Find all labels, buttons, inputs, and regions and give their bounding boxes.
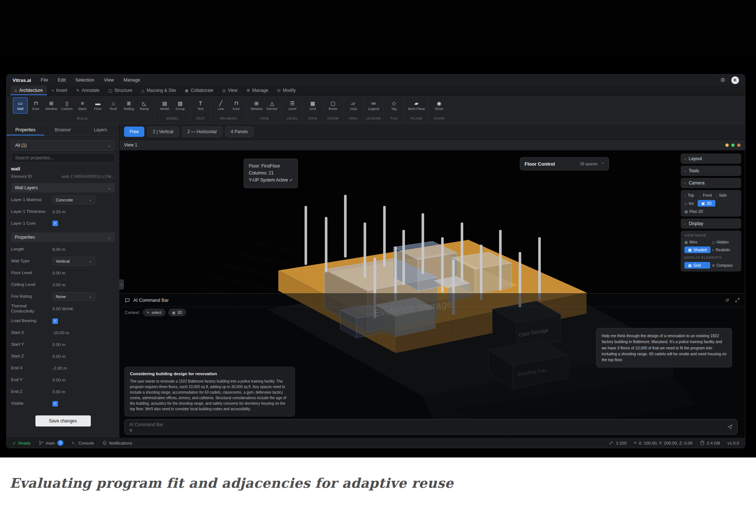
ai-command-input[interactable]: AI Command Bar ⊕	[124, 419, 738, 435]
panel-section-layout[interactable]: ‹Layout	[681, 153, 741, 164]
tool-legend[interactable]: ≔Legend	[366, 97, 381, 114]
context-select-button[interactable]: ✎select	[143, 309, 165, 316]
camera-top-button[interactable]: ↑Top	[684, 193, 694, 197]
start-y-field[interactable]: 0.00 m	[52, 342, 115, 347]
camera-front-button[interactable]: →Front	[698, 193, 712, 197]
yellow-dot[interactable]	[725, 144, 729, 147]
console-button[interactable]: >_Console	[72, 441, 94, 445]
tool-group[interactable]: ▧Group	[173, 97, 188, 114]
history-icon[interactable]: ↺	[725, 297, 729, 303]
fire-rating-select[interactable]: None⌄	[52, 292, 95, 301]
orange-dot[interactable]	[737, 144, 740, 147]
menu-edit[interactable]: Edit	[58, 77, 66, 83]
tool-drawing-door[interactable]: ⊓Door	[229, 97, 244, 114]
camera-side-button[interactable]: ↓Side	[715, 193, 726, 197]
view-mode-wire[interactable]: ▦Wire	[684, 240, 711, 244]
camera-3d-button[interactable]: ▣3D	[698, 200, 715, 207]
tool-model[interactable]: ▤Model	[157, 97, 172, 114]
section-properties[interactable]: Properties⌄	[11, 232, 115, 242]
end-y-field[interactable]: 0.00 m	[52, 378, 115, 382]
chevron-up-icon[interactable]: ⌃	[601, 162, 604, 166]
panel-section-display[interactable]: ›Display	[681, 218, 741, 229]
tab-massing-site[interactable]: △Massing & Site	[137, 86, 181, 95]
view-mode-realistic[interactable]: ◐Realistic	[712, 246, 738, 253]
tool-tag[interactable]: ◇Tag	[386, 97, 401, 114]
filter-select[interactable]: All (1)⌄	[11, 140, 115, 151]
layer-core-checkbox[interactable]: ✓	[52, 221, 58, 226]
tool-wall[interactable]: ▭Wall	[13, 97, 28, 114]
tool-dormer[interactable]: △Dormer	[265, 97, 279, 114]
tool-view-window[interactable]: ⊞Window	[249, 97, 264, 114]
layout-2-vertical-button[interactable]: 2 | Vertical	[147, 127, 179, 137]
tool-area[interactable]: ▱Area	[346, 97, 361, 114]
start-z-field[interactable]: 0.00 m	[52, 354, 115, 359]
menu-selection[interactable]: Selection	[75, 77, 94, 83]
panel-section-camera[interactable]: ›Camera	[681, 178, 741, 188]
sidebar-collapse-handle[interactable]: ‹	[119, 279, 124, 290]
gear-icon[interactable]: ⚙	[721, 77, 725, 83]
visible-checkbox[interactable]: ✓	[52, 401, 58, 407]
tool-railing[interactable]: ≣Railing	[121, 97, 136, 114]
menu-view[interactable]: View	[104, 77, 114, 83]
layer-thickness-field[interactable]: 0.20 m	[52, 210, 115, 214]
tool-grid[interactable]: ▦Grid	[305, 97, 320, 114]
layout-4-panels-button[interactable]: 4 Panels	[225, 127, 254, 137]
tool-work-plane[interactable]: ▰Work Plane	[407, 97, 426, 114]
branch-indicator[interactable]: main 3	[39, 440, 64, 446]
tab-manage[interactable]: ⚙Manage	[242, 86, 272, 95]
view-mode-hidden[interactable]: ◻Hidden	[712, 240, 738, 244]
menu-manage[interactable]: Manage	[123, 77, 140, 83]
tool-level[interactable]: ☰Level	[285, 97, 300, 114]
display-compass-toggle[interactable]: ⊕Compass	[712, 262, 738, 269]
end-z-field[interactable]: 0.00 m	[52, 390, 115, 394]
section-wall-layers[interactable]: Wall Layers⌄	[11, 183, 115, 193]
notifications-button[interactable]: Notifications	[102, 441, 133, 445]
layout-free-button[interactable]: Free	[124, 127, 144, 137]
panel-section-tools[interactable]: ‹Tools	[681, 166, 741, 176]
tool-text[interactable]: TText	[193, 97, 208, 114]
thermal-conductivity-field[interactable]: 0.00 W/mK	[52, 307, 115, 311]
tab-collaborate[interactable]: ◉Collaborate	[181, 86, 217, 95]
tool-stairs[interactable]: ≡Stairs	[75, 97, 90, 114]
sidebar-tab-browser[interactable]: Browser	[44, 124, 82, 135]
layout-2-horizontal-button[interactable]: 2 — Horizontal	[182, 127, 222, 137]
floor-level-field[interactable]: 0.00 m	[52, 271, 115, 275]
send-icon[interactable]	[727, 424, 733, 430]
tab-modify[interactable]: ⊡Modify	[273, 86, 300, 95]
tool-show[interactable]: ◉Show	[432, 97, 446, 114]
layer-material-select[interactable]: Concrete⌄	[52, 196, 95, 204]
camera-plan2d-button[interactable]: ▦Plan 2D	[684, 209, 703, 214]
green-dot[interactable]	[731, 144, 735, 147]
tool-room[interactable]: ▢Room	[326, 97, 340, 114]
start-x-field[interactable]: -10.00 m	[52, 331, 115, 335]
ceiling-level-field[interactable]: 3.00 m	[52, 283, 115, 287]
sidebar-tab-properties[interactable]: Properties	[7, 124, 44, 135]
sidebar-tab-layers[interactable]: Layers	[82, 124, 119, 135]
display-grid-toggle[interactable]: ▦Grid	[684, 262, 710, 269]
wall-type-select[interactable]: Vertical⌄	[52, 257, 95, 266]
tool-ramp[interactable]: ◺Ramp	[137, 97, 152, 114]
length-field[interactable]: 8.00 m	[52, 247, 115, 252]
tool-door[interactable]: ⊓Door	[28, 97, 43, 114]
context-3d-button[interactable]: ▣3D	[168, 309, 186, 316]
tab-structure[interactable]: ◫Structure	[104, 86, 136, 95]
expand-icon[interactable]	[735, 298, 740, 303]
load-bearing-checkbox[interactable]: ✓	[52, 318, 58, 324]
tool-window[interactable]: ⊞Window	[44, 97, 59, 114]
save-changes-button[interactable]: Save changes	[35, 415, 91, 426]
tab-insert[interactable]: +Insert	[48, 86, 71, 95]
search-properties-input[interactable]: Search properties...	[11, 153, 115, 163]
tab-view[interactable]: ◎View	[218, 86, 241, 95]
tab-annotate[interactable]: ✎Annotate	[72, 86, 103, 95]
floor-control[interactable]: Floor Control 18 spaces ⌃	[520, 157, 609, 170]
camera-iso-button[interactable]: ◇Iso	[684, 201, 694, 205]
avatar[interactable]: K	[731, 76, 739, 84]
tool-floor[interactable]: ▬Floor	[90, 97, 105, 114]
attach-icon[interactable]: ⊕	[129, 428, 133, 432]
tool-roof[interactable]: ⌂Roof	[106, 97, 121, 114]
view-mode-shaded[interactable]: ▩Shaded	[684, 246, 711, 253]
viewport-3d[interactable]: Evidence Storage Cold Storage Shooting S…	[120, 151, 745, 438]
tab-architecture[interactable]: ⌂Architecture	[10, 86, 47, 95]
menu-file[interactable]: File	[41, 77, 48, 83]
tool-line[interactable]: ╱Line	[213, 97, 228, 114]
